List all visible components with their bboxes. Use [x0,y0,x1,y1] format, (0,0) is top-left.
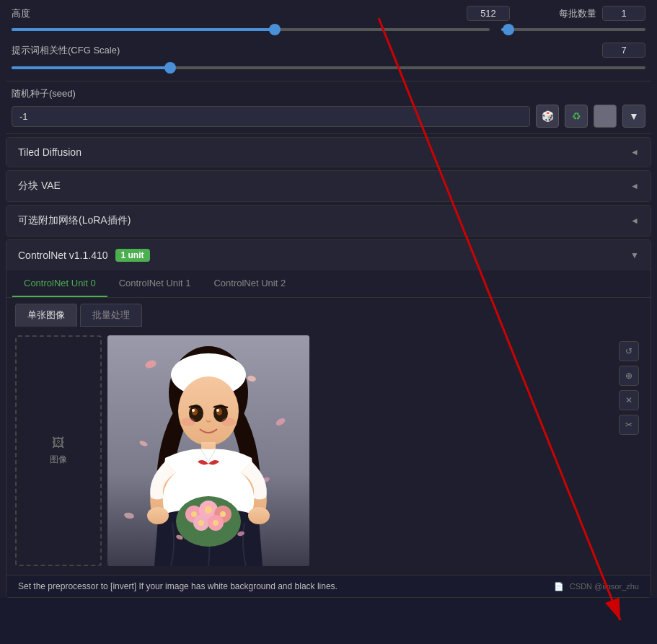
batch-value[interactable]: 1 [602,6,645,21]
svg-point-32 [198,520,204,526]
batch-slider-track [501,28,645,31]
batch-slider-thumb[interactable] [503,24,514,35]
tiled-diffusion-header[interactable]: Tiled Diffusion ◄ [6,138,651,167]
image-section: 🖼 图像 [6,327,651,575]
tiled-diffusion-arrow: ◄ [630,147,639,157]
svg-point-31 [220,511,226,517]
close-button[interactable]: ✕ [619,390,639,410]
status-icons: 📄 CSDN @imsor_zhu [554,582,639,591]
height-value[interactable]: 512 [467,6,510,21]
height-slider-thumb[interactable] [269,24,281,35]
sub-tab-batch[interactable]: 批量处理 [80,304,142,327]
undo-icon: ↺ [625,346,632,356]
svg-point-10 [180,360,237,371]
lora-header[interactable]: 可选附加网络(LoRA插件) ◄ [6,206,651,236]
tab-unit1[interactable]: ControlNet Unit 1 [107,270,203,297]
batch-value-area: 512 每批数量 1 [467,6,645,21]
tab-unit0[interactable]: ControlNet Unit 0 [12,270,107,297]
cfg-label: 提示词相关性(CFG Scale) [12,44,120,57]
controlnet-title-row: ControlNet v1.1.410 1 unit [18,249,150,262]
divider-2 [6,133,651,134]
sub-tabs-row: 单张图像 批量处理 [6,298,651,327]
vae-header[interactable]: 分块 VAE ◄ [6,171,651,201]
recycle-icon: ♻ [572,110,581,122]
height-slider-track [12,28,490,31]
height-label: 高度 [12,7,30,20]
batch-label: 每批数量 [559,7,596,20]
tab-unit0-label: ControlNet Unit 0 [24,278,96,288]
svg-point-30 [205,506,212,513]
cfg-section: 提示词相关性(CFG Scale) 7 [12,43,645,75]
cfg-header: 提示词相关性(CFG Scale) 7 [12,43,645,58]
top-controls: 高度 512 每批数量 1 [0,0,657,81]
vae-title: 分块 VAE [18,180,61,193]
image-icon: 🖼 [52,436,65,451]
height-slider-fill [12,28,275,31]
svg-point-22 [248,507,270,524]
scissors-icon: ✂ [625,420,632,430]
sub-tab-batch-label: 批量处理 [92,309,130,320]
sub-tab-single[interactable]: 单张图像 [15,304,77,327]
seed-dropdown-button[interactable]: ▼ [622,105,645,128]
svg-point-17 [216,409,219,412]
tab-unit2-label: ControlNet Unit 2 [213,278,286,288]
cfg-slider-thumb[interactable] [164,62,176,74]
cfg-slider-track [12,66,645,69]
crop-button[interactable]: ⊕ [619,366,639,386]
close-icon: ✕ [625,395,632,405]
svg-point-33 [213,520,219,526]
upload-area[interactable]: 🖼 图像 [15,335,102,566]
anime-svg [107,335,309,566]
cfg-value[interactable]: 7 [602,43,645,58]
svg-point-29 [191,511,197,517]
undo-button[interactable]: ↺ [619,341,639,361]
seed-input[interactable] [12,106,530,127]
status-text: Set the preprocessor to [invert] If your… [18,581,338,591]
scissors-button[interactable]: ✂ [619,415,639,435]
batch-slider-container[interactable] [501,22,645,37]
vae-arrow: ◄ [630,181,639,191]
seed-label: 随机种子(seed) [12,87,645,100]
seed-section: 随机种子(seed) 🎲 ♻ ▼ [0,81,657,133]
image-placeholder [107,335,309,566]
anime-bg [107,335,309,566]
dice-icon: 🎲 [542,110,554,122]
document-icon: 📄 [554,582,564,591]
watermark: CSDN @imsor_zhu [570,582,639,591]
svg-point-11 [178,376,239,446]
dropdown-icon: ▼ [629,110,639,122]
seed-recycle-button[interactable]: ♻ [565,105,588,128]
seed-row: 🎲 ♻ ▼ [12,105,645,128]
status-bar: Set the preprocessor to [invert] If your… [6,575,651,597]
vae-section: 分块 VAE ◄ [6,170,651,202]
cfg-slider-container[interactable] [12,61,645,75]
height-slider-row [12,22,645,37]
controlnet-arrow: ▼ [630,250,639,260]
lora-arrow: ◄ [630,216,639,226]
tiled-diffusion-section: Tiled Diffusion ◄ [6,137,651,167]
controlnet-header[interactable]: ControlNet v1.1.410 1 unit ▼ [6,240,651,270]
seed-color-button[interactable] [594,105,617,128]
sub-tab-single-label: 单张图像 [27,309,65,320]
upload-label: 图像 [50,454,67,466]
controlnet-title: ControlNet v1.1.410 [18,250,108,261]
unit-badge: 1 unit [115,249,150,262]
image-controls: ↺ ⊕ ✕ ✂ [616,335,642,566]
tab-unit1-label: ControlNet Unit 1 [119,278,191,288]
lora-title: 可选附加网络(LoRA插件) [18,214,131,227]
tab-unit2[interactable]: ControlNet Unit 2 [202,270,297,297]
image-preview [107,335,610,566]
lora-section: 可选附加网络(LoRA插件) ◄ [6,205,651,237]
main-container: 高度 512 每批数量 1 [0,0,657,598]
svg-point-18 [181,418,195,426]
svg-point-19 [221,418,236,426]
crop-icon: ⊕ [625,371,632,381]
height-slider-container[interactable] [12,22,490,37]
controlnet-tabs: ControlNet Unit 0 ControlNet Unit 1 Cont… [6,270,651,298]
cfg-slider-fill [12,66,170,69]
tiled-diffusion-title: Tiled Diffusion [18,146,81,158]
svg-point-16 [192,409,195,412]
svg-point-21 [147,507,169,524]
seed-dice-button[interactable]: 🎲 [536,105,559,128]
controlnet-section: ControlNet v1.1.410 1 unit ▼ ControlNet … [6,239,651,598]
